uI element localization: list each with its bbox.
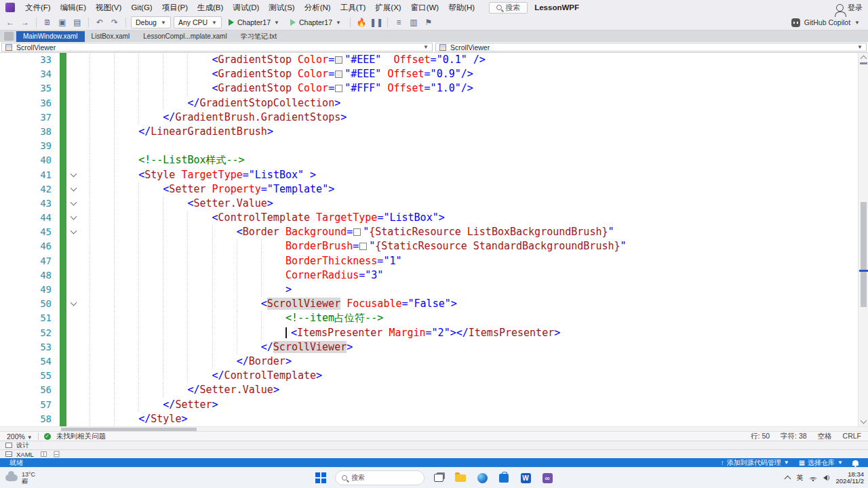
status-eol[interactable]: CRLF [843,432,861,441]
start-debug-button[interactable]: Chapter17▼ [224,16,283,28]
color-swatch[interactable] [359,243,367,250]
highlighted-symbol[interactable]: ScrollViewer [273,341,347,353]
weather-widget[interactable]: 13°C 霾 [5,471,35,485]
code-text[interactable]: > [80,283,858,297]
menu-item-1[interactable]: 文件(F) [20,0,56,15]
select-repository-button[interactable]: ▦ 选择仓库▼ [799,458,843,468]
line-number[interactable]: 46 [0,239,60,253]
line-number[interactable]: 45 [0,225,60,239]
xaml-tab[interactable]: XAML [0,449,868,458]
code-line-36[interactable]: 36</GradientStopCollection> [0,96,858,110]
fold-margin[interactable] [66,197,80,211]
code-text[interactable]: </Border> [80,354,858,369]
document-tab-4[interactable]: 学习笔记.txt [234,31,283,42]
navigate-forward-button[interactable]: → [19,16,31,28]
line-number[interactable]: 37 [0,110,60,125]
code-line-57[interactable]: 57</Setter> [0,398,858,412]
code-text[interactable]: CornerRadius="3" [80,268,858,283]
tray-overflow-chevron-icon[interactable] [785,476,791,483]
bookmark-button[interactable]: ⚑ [422,16,435,28]
save-button[interactable]: ▣ [56,16,68,28]
horizontal-scrollbar-thumb[interactable] [61,428,197,431]
document-tab-1[interactable]: MainWindow.xaml [16,31,85,42]
line-number[interactable]: 52 [0,326,60,340]
collapse-chevron-icon[interactable] [70,228,77,235]
line-number[interactable]: 40 [0,153,60,167]
undo-button[interactable]: ↶ [94,16,106,28]
code-text[interactable]: <ControlTemplate TargetType="ListBox"> [80,211,858,225]
taskbar-search-box[interactable]: 搜索 [335,470,425,485]
line-number[interactable]: 44 [0,211,60,225]
menu-item-8[interactable]: 测试(S) [264,0,299,15]
code-area[interactable]: 33<GradientStop Color="#EEE" Offset="0.1… [0,53,858,426]
menu-item-2[interactable]: 编辑(E) [56,0,91,15]
code-line-46[interactable]: 46BorderBrush="{StaticResource StandardB… [0,239,858,253]
color-swatch[interactable] [335,70,342,78]
store-button[interactable] [496,470,511,485]
line-number[interactable]: 55 [0,369,60,383]
code-line-37[interactable]: 37</GradientBrush.GradientStops> [0,110,858,125]
vertical-scrollbar[interactable] [858,53,868,426]
code-text[interactable]: <Style TargetType="ListBox" > [80,168,858,182]
menu-item-9[interactable]: 分析(N) [300,0,336,15]
line-number[interactable]: 36 [0,96,60,110]
line-number[interactable]: 41 [0,168,60,182]
sign-in-button[interactable]: 登录 [848,3,863,13]
code-text[interactable]: <Border Background="{StaticResource List… [80,225,858,239]
code-text[interactable]: <!--item占位符--> [80,311,858,325]
start-button[interactable] [313,470,328,485]
line-number[interactable]: 47 [0,254,60,268]
search-highlight-image[interactable] [411,472,422,483]
solution-platform-dropdown[interactable]: Any CPU▼ [174,16,222,28]
color-swatch[interactable] [353,228,361,236]
code-line-52[interactable]: 52<ItemsPresenter Margin="2"></ItemsPres… [0,326,858,340]
code-text[interactable]: </ScrollViewer> [80,340,858,354]
visual-studio-button[interactable]: ∞ [540,470,555,485]
horizontal-scrollbar[interactable] [0,426,868,431]
code-text[interactable]: </Style> [80,412,858,426]
code-text[interactable]: <ItemsPresenter Margin="2"></ItemsPresen… [80,326,858,340]
document-tab-3[interactable]: LessonCompl...mplate.xaml [136,31,233,42]
split-vertical-icon[interactable] [54,451,59,458]
code-text[interactable]: BorderBrush="{StaticResource StandardBac… [80,239,858,253]
github-copilot-button[interactable]: GitHub Copilot▼ [791,18,864,27]
code-line-56[interactable]: 56</Setter.Value> [0,383,858,397]
status-spaces[interactable]: 空格 [818,432,832,441]
hot-reload-button[interactable]: 🔥 [355,16,368,28]
health-status[interactable]: 未找到相关问题 [56,432,106,441]
menu-item-12[interactable]: 窗口(W) [406,0,444,15]
code-text[interactable]: <Setter Property="Template"> [80,182,858,197]
redo-button[interactable]: ↷ [108,16,121,28]
collapse-chevron-icon[interactable] [70,199,77,205]
line-number[interactable]: 50 [0,297,60,311]
line-number[interactable]: 33 [0,53,60,67]
new-file-button[interactable]: 🗎 [41,16,54,28]
code-line-40[interactable]: 40<!--ListBox样式--> [0,153,858,167]
code-line-54[interactable]: 54</Border> [0,354,858,369]
code-line-53[interactable]: 53</ScrollViewer> [0,340,858,354]
save-all-button[interactable]: ▤ [71,16,83,28]
menu-item-4[interactable]: Git(G) [126,0,157,15]
code-line-58[interactable]: 58</Style> [0,412,858,426]
design-tab[interactable]: 设计 [0,441,868,449]
line-number[interactable]: 34 [0,67,60,81]
line-number[interactable]: 56 [0,383,60,397]
code-text[interactable]: <GradientStop Color="#EEE" Offset="0.1" … [80,53,858,67]
code-text[interactable]: <GradientStop Color="#EEE" Offset="0.9"/… [80,67,858,81]
file-explorer-button[interactable] [453,470,468,485]
code-text[interactable]: <!--ListBox样式--> [80,153,858,167]
edge-button[interactable] [475,470,490,485]
scrollbar-thumb[interactable] [861,202,867,306]
line-number[interactable]: 39 [0,139,60,153]
menu-item-13[interactable]: 帮助(H) [443,0,479,15]
task-view-button[interactable] [431,470,446,485]
code-line-35[interactable]: 35<GradientStop Color="#FFF" Offset="1.0… [0,81,858,96]
line-number[interactable]: 53 [0,340,60,354]
word-button[interactable]: W [518,470,533,485]
notifications-bell-icon[interactable] [852,460,859,466]
solution-configuration-dropdown[interactable]: Debug▼ [131,16,171,28]
code-line-47[interactable]: 47BorderThickness="1" [0,254,858,268]
line-number[interactable]: 35 [0,81,60,96]
code-text[interactable]: </Setter.Value> [80,383,858,397]
highlighted-symbol[interactable]: ScrollViewer [267,298,340,310]
